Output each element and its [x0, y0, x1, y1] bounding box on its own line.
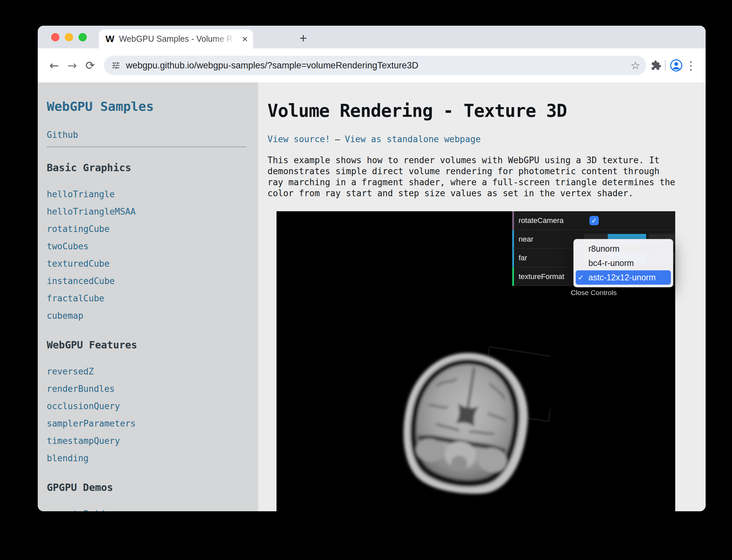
sample-description: This example shows how to render volumes…	[267, 155, 677, 199]
sidebar-item-twocubes[interactable]: twoCubes	[47, 238, 258, 255]
rotate-camera-checkbox[interactable]: ✓	[589, 216, 599, 225]
webgpu-features-list: reversedZ renderBundles occlusionQuery s…	[47, 363, 258, 467]
forward-button[interactable]: →	[63, 56, 81, 74]
sidebar-item-cubemap[interactable]: cubemap	[47, 307, 258, 324]
checkmark-icon: ✓	[591, 217, 597, 225]
sidebar-item-reversedz[interactable]: reversedZ	[47, 363, 258, 380]
basic-graphics-list: helloTriangle helloTriangleMSAA rotating…	[47, 186, 258, 324]
bookmark-star-icon[interactable]: ☆	[630, 59, 640, 72]
sidebar-item-occlusionquery[interactable]: occlusionQuery	[47, 397, 258, 415]
sidebar-item-texturedcube[interactable]: texturedCube	[47, 255, 258, 272]
sidebar-item-samplerparameters[interactable]: samplerParameters	[47, 415, 258, 432]
url-text: webgpu.github.io/webgpu-samples/?sample=…	[126, 60, 625, 71]
sidebar-item-instancedcube[interactable]: instancedCube	[47, 272, 258, 290]
sidebar-divider	[47, 147, 246, 147]
site-settings-icon[interactable]	[111, 61, 121, 70]
webgpu-canvas[interactable]: rotateCamera ✓ near far textureFor	[277, 211, 675, 511]
standalone-page-link[interactable]: View as standalone webpage	[345, 134, 481, 144]
dropdown-option-r8unorm[interactable]: r8unorm	[576, 242, 671, 256]
option-label: r8unorm	[588, 244, 619, 254]
window-controls	[51, 26, 87, 48]
menu-icon[interactable]: ⋮	[684, 59, 698, 72]
sidebar-item-hellotriangle[interactable]: helloTriangle	[47, 186, 258, 203]
sidebar-item-rotatingcube[interactable]: rotatingCube	[47, 220, 258, 238]
dropdown-option-bc4-r-unorm[interactable]: bc4-r-unorm	[576, 256, 671, 270]
sidebar-item-renderbundles[interactable]: renderBundles	[47, 380, 258, 397]
option-label: bc4-r-unorm	[588, 258, 634, 268]
reload-button[interactable]: ⟳	[81, 56, 99, 74]
minimize-window-button[interactable]	[65, 33, 73, 41]
sidebar-item-computeboids[interactable]: computeBoids	[47, 505, 258, 511]
view-source-link[interactable]: View source!	[267, 134, 330, 144]
tab-strip: W WebGPU Samples - Volume R × +	[38, 26, 706, 48]
close-controls-button[interactable]: Close Controls	[512, 286, 675, 299]
sidebar-item-blending[interactable]: blending	[47, 450, 258, 467]
address-bar[interactable]: webgpu.github.io/webgpu-samples/?sample=…	[104, 56, 646, 75]
tab-title: WebGPU Samples - Volume R	[119, 34, 240, 44]
texture-format-dropdown: r8unorm bc4-r-unorm ✓ astc-12x12-unorm	[573, 239, 673, 287]
main-content: Volume Rendering - Texture 3D View sourc…	[258, 82, 706, 511]
new-tab-button[interactable]: +	[296, 30, 311, 46]
extensions-icon[interactable]	[651, 60, 662, 71]
sidebar-item-hellotrianglemsaa[interactable]: helloTriangleMSAA	[47, 203, 258, 220]
brain-mri-rendering	[380, 341, 550, 508]
gui-row-rotate-camera: rotateCamera ✓	[512, 211, 675, 230]
back-button[interactable]: ←	[45, 56, 63, 74]
sidebar-title: WebGPU Samples	[47, 99, 258, 114]
rotate-camera-label: rotateCamera	[519, 216, 584, 225]
section-heading-basic-graphics: Basic Graphics	[47, 162, 258, 174]
tab-close-icon[interactable]: ×	[242, 34, 248, 44]
sidebar-item-timestampquery[interactable]: timestampQuery	[47, 432, 258, 450]
profile-avatar[interactable]	[669, 58, 684, 73]
sidebar: WebGPU Samples Github Basic Graphics hel…	[38, 82, 258, 511]
dropdown-option-astc-12x12-unorm[interactable]: ✓ astc-12x12-unorm	[576, 270, 671, 285]
option-label: astc-12x12-unorm	[588, 273, 656, 282]
browser-tab[interactable]: W WebGPU Samples - Volume R ×	[99, 29, 253, 48]
page-title: Volume Rendering - Texture 3D	[267, 100, 706, 121]
selected-checkmark-icon: ✓	[578, 273, 588, 282]
gpgpu-demos-list: computeBoids	[47, 505, 258, 511]
section-heading-webgpu-features: WebGPU Features	[47, 339, 258, 351]
webgpu-favicon-icon: W	[106, 34, 114, 44]
sample-links: View source!—View as standalone webpage	[267, 134, 706, 144]
page-content: WebGPU Samples Github Basic Graphics hel…	[38, 82, 706, 511]
github-link[interactable]: Github	[47, 130, 258, 140]
section-heading-gpgpu-demos: GPGPU Demos	[47, 482, 258, 493]
browser-toolbar: ← → ⟳ webgpu.github.io/webgpu-samples/?s…	[38, 48, 706, 82]
browser-window: W WebGPU Samples - Volume R × + ← → ⟳ we…	[38, 26, 706, 511]
link-separator: —	[335, 134, 340, 144]
toolbar-divider	[665, 60, 666, 71]
close-window-button[interactable]	[51, 33, 59, 41]
sidebar-item-fractalcube[interactable]: fractalCube	[47, 290, 258, 307]
zoom-window-button[interactable]	[78, 33, 87, 41]
